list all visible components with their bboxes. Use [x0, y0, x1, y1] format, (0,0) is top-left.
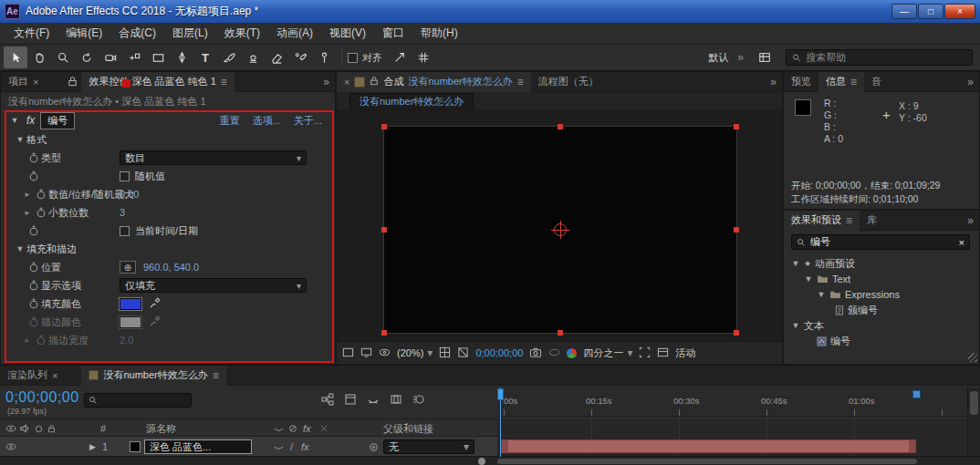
selection-handle[interactable]: [381, 227, 387, 232]
tab-effect-controls[interactable]: 效果控件 深色 品蓝色 纯色 1 ≡: [81, 72, 234, 92]
workspace-switcher-icon[interactable]: [753, 46, 777, 68]
tab-info[interactable]: 信息 ≡: [818, 72, 864, 92]
layer-duration-bar[interactable]: [501, 439, 916, 453]
layer-slash-icon[interactable]: /: [290, 438, 293, 456]
tab-render-queue[interactable]: 渲染队列 ×: [0, 366, 65, 386]
tree-item-numbers-effect[interactable]: 编号: [817, 334, 850, 348]
selection-tool-icon[interactable]: [4, 46, 27, 68]
tree-item-text-category[interactable]: ▼ 文本: [791, 318, 824, 333]
viewer-tab[interactable]: 没有number特效怎么办: [349, 93, 474, 109]
layer-visibility-eye-icon[interactable]: [5, 438, 16, 456]
selection-handle[interactable]: [734, 330, 739, 336]
layer-twirl-icon[interactable]: ▶: [89, 438, 96, 456]
pen-tool-icon[interactable]: [170, 46, 193, 68]
comp-timecode[interactable]: 0;00;00;00: [475, 347, 523, 358]
tree-item-animation-presets[interactable]: ▼ ★ 动画预设: [791, 256, 855, 271]
roto-brush-tool-icon[interactable]: [288, 46, 312, 68]
selection-handle[interactable]: [381, 330, 387, 336]
panel-overflow-icon[interactable]: »: [962, 214, 979, 227]
work-area-end-marker[interactable]: [912, 390, 921, 398]
menu-animation[interactable]: 动画(A): [268, 22, 321, 45]
clone-stamp-tool-icon[interactable]: [241, 46, 265, 68]
timeline-zoom-slider[interactable]: [478, 458, 485, 465]
panel-menu-icon[interactable]: ≡: [213, 369, 219, 382]
maximize-button[interactable]: □: [918, 4, 944, 19]
tab-composition[interactable]: × 合成 没有number特效怎么办 ≡: [337, 72, 531, 92]
twirl-icon[interactable]: ▼: [817, 290, 826, 299]
menu-composition[interactable]: 合成(C): [110, 22, 164, 45]
current-timecode[interactable]: 0;00;00;00: [5, 389, 79, 406]
transparency-grid-icon[interactable]: [457, 346, 469, 360]
hand-tool-icon[interactable]: [27, 46, 51, 68]
mask-visibility-icon[interactable]: [379, 346, 391, 360]
snapshot-camera-icon[interactable]: [529, 346, 542, 360]
pan-behind-tool-icon[interactable]: [122, 46, 146, 68]
tab-libraries[interactable]: 库: [860, 211, 884, 231]
menu-view[interactable]: 视图(V): [321, 22, 374, 45]
presets-search-input[interactable]: [810, 237, 954, 248]
timeline-search-input[interactable]: [101, 394, 187, 408]
tab-effects-presets[interactable]: 效果和预设 ≡: [784, 211, 860, 231]
stopwatch-icon[interactable]: [34, 189, 48, 200]
stopwatch-icon[interactable]: [26, 152, 41, 163]
type-tool-icon[interactable]: T: [193, 46, 217, 68]
menu-edit[interactable]: 编辑(E): [57, 22, 110, 45]
stopwatch-icon[interactable]: [26, 280, 41, 291]
camera-tool-icon[interactable]: [99, 46, 122, 68]
eraser-tool-icon[interactable]: [265, 46, 288, 68]
decimals-value[interactable]: 3: [120, 207, 125, 218]
panel-overflow-icon[interactable]: »: [765, 76, 782, 88]
position-target-icon[interactable]: ⊕: [120, 261, 136, 274]
layer-fx-icon[interactable]: fx: [301, 438, 309, 456]
stopwatch-icon[interactable]: [26, 170, 41, 181]
tree-item-text-folder[interactable]: ▼ Text: [804, 272, 850, 286]
menu-window[interactable]: 窗口: [374, 22, 412, 45]
selection-handle[interactable]: [381, 124, 387, 129]
minimize-button[interactable]: —: [891, 4, 917, 19]
grid-guides-icon[interactable]: [439, 346, 451, 360]
effect-twirl-icon[interactable]: ▼: [8, 116, 21, 125]
parent-dropdown[interactable]: 无▾: [383, 439, 474, 454]
snap-options-icon[interactable]: [388, 46, 412, 68]
about-link[interactable]: 关于...: [294, 114, 322, 128]
composition-viewer[interactable]: [337, 110, 782, 341]
close-tab-icon[interactable]: ×: [344, 77, 349, 88]
stopwatch-icon[interactable]: [26, 225, 41, 236]
region-of-interest-icon[interactable]: [639, 346, 651, 360]
close-tab-icon[interactable]: ×: [33, 77, 38, 88]
selection-handle[interactable]: [558, 330, 563, 336]
fill-color-swatch[interactable]: [120, 298, 141, 310]
twirl-icon[interactable]: ▼: [791, 321, 800, 330]
panel-overflow-icon[interactable]: »: [318, 76, 335, 88]
tab-preview[interactable]: 预览: [784, 72, 818, 92]
show-channel-icon[interactable]: [567, 348, 577, 358]
twirl-icon[interactable]: ▼: [14, 135, 26, 144]
layer-shy-icon[interactable]: [274, 438, 284, 456]
tab-timeline-comp[interactable]: 没有number特效怎么办 ≡: [81, 366, 225, 386]
clear-search-icon[interactable]: ×: [959, 237, 964, 248]
panel-menu-icon[interactable]: ≡: [517, 76, 524, 88]
frame-blending-icon[interactable]: [390, 393, 402, 408]
stopwatch-icon[interactable]: [26, 298, 41, 309]
layer-color-chip[interactable]: [130, 441, 141, 452]
reset-link[interactable]: 重置: [220, 114, 240, 128]
pick-whip-icon[interactable]: [369, 438, 379, 456]
close-button[interactable]: ×: [944, 4, 975, 19]
twirl-icon[interactable]: ▼: [791, 259, 800, 268]
layer-number-column[interactable]: #: [100, 419, 106, 438]
grid-options-icon[interactable]: [412, 46, 435, 68]
resolution-dropdown[interactable]: 四分之一▾: [583, 346, 632, 360]
panel-menu-icon[interactable]: ≡: [846, 214, 852, 227]
timeline-vertical-scrollbar[interactable]: [967, 388, 980, 457]
effect-name-badge[interactable]: 编号: [40, 112, 75, 129]
motion-blur-icon[interactable]: [412, 393, 425, 408]
panel-menu-icon[interactable]: ≡: [850, 76, 857, 88]
tab-audio[interactable]: 音: [864, 72, 889, 92]
twirl-icon[interactable]: ►: [21, 209, 34, 217]
selection-handle[interactable]: [734, 227, 739, 232]
rotation-tool-icon[interactable]: [75, 46, 99, 68]
twirl-icon[interactable]: ►: [21, 191, 34, 199]
panel-menu-icon[interactable]: ≡: [221, 76, 227, 88]
stopwatch-icon[interactable]: [34, 207, 48, 218]
options-link[interactable]: 选项...: [253, 114, 281, 128]
